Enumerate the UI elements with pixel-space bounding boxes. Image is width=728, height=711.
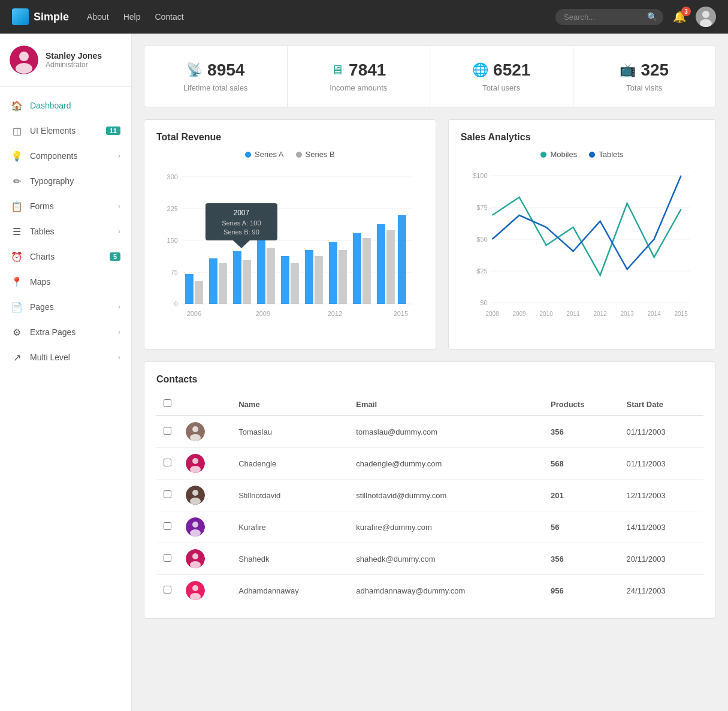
header-products: Products [543,393,620,415]
row-date-6: 24/11/2003 [620,575,703,607]
nav-contact[interactable]: Contact [155,12,183,22]
sidebar-item-extra-pages[interactable]: ⚙ Extra Pages › [0,320,131,345]
row-cb-2[interactable] [164,459,171,466]
sidebar-item-forms[interactable]: 📋 Forms › [0,194,131,219]
row-name-3: Stillnotdavid [231,480,349,511]
stat-label-income: Income amounts [300,83,418,92]
svg-text:Series B: 90: Series B: 90 [223,228,259,236]
svg-text:$75: $75 [476,204,487,211]
svg-text:225: 225 [167,205,178,212]
svg-rect-18 [209,258,218,304]
legend-series-b: Series B [296,150,335,159]
legend-series-a: Series A [245,150,283,159]
row-avatar-4 [179,511,231,543]
sales-analytics-svg: $100 $75 $50 $25 $0 2008 [461,167,703,335]
sidebar-item-tables[interactable]: ☰ Tables › [0,219,131,244]
row-name-2: Chadengle [231,448,349,480]
svg-text:2009: 2009 [256,310,270,317]
sidebar-item-pages[interactable]: 📄 Pages › [0,294,131,320]
row-email-1: tomaslau@dummy.com [349,415,543,448]
header-email: Email [349,393,543,415]
svg-rect-32 [377,224,385,304]
row-checkbox-2 [156,448,179,480]
row-cb-6[interactable] [164,586,171,593]
sidebar-item-charts[interactable]: ⏰ Charts 5 [0,244,131,269]
stat-top-visits: 📺 325 [585,61,704,80]
main-content: 📡 8954 Lifetime total sales 🖥 7841 Incom… [132,34,728,711]
svg-point-75 [192,553,198,559]
legend-label-series-a: Series A [255,150,283,159]
sidebar-icon-charts: ⏰ [11,251,23,263]
svg-text:2007: 2007 [234,209,250,217]
svg-text:$100: $100 [473,172,487,179]
row-email-3: stillnotdavid@dummy.com [349,480,543,511]
row-cb-4[interactable] [164,522,171,530]
row-products-2: 568 [543,448,620,480]
svg-rect-28 [329,242,337,304]
svg-point-4 [19,52,29,61]
row-cb-3[interactable] [164,490,171,498]
row-avatar-1 [179,415,231,448]
sidebar-item-multi-level[interactable]: ↗ Multi Level › [0,345,131,370]
svg-text:2012: 2012 [593,311,607,317]
svg-text:300: 300 [167,173,178,180]
sidebar-item-components[interactable]: 💡 Components › [0,143,131,168]
sidebar-item-ui-elements[interactable]: ◫ UI Elements 11 [0,118,131,143]
sidebar-label-ui-elements: UI Elements [30,126,106,135]
svg-text:2008: 2008 [485,311,499,317]
total-revenue-title: Total Revenue [156,132,424,143]
header-start-date: Start Date [620,393,703,415]
stat-label-visits: Total visits [585,83,704,92]
brand-logo[interactable]: Simple [12,8,69,25]
contact-avatar-4 [186,517,205,537]
top-navigation: Simple About Help Contact 🔍 🔔 3 [0,0,728,34]
sidebar-icon-dashboard: 🏠 [11,100,23,112]
total-revenue-legend: Series A Series B [156,150,424,159]
row-name-1: Tomaslau [231,415,349,448]
row-checkbox-6 [156,575,179,607]
stat-label-users: Total users [442,83,561,92]
sidebar-item-dashboard[interactable]: 🏠 Dashboard [0,93,131,118]
stat-value-users: 6521 [493,61,530,80]
brand-name: Simple [34,11,69,23]
svg-point-63 [192,426,198,432]
sidebar-badge-ui-elements: 11 [106,126,120,135]
row-name-4: Kurafire [231,511,349,543]
legend-tablets: Tablets [589,150,623,159]
row-date-3: 12/11/2003 [620,480,703,511]
row-cb-1[interactable] [164,427,171,435]
contacts-tbody: Tomaslau tomaslau@dummy.com 356 01/11/20… [156,415,703,606]
svg-rect-30 [353,233,361,304]
sidebar-user-role: Administrator [46,61,102,69]
sidebar-user-info: Stanley Jones Administrator [46,51,102,69]
sidebar-item-typography[interactable]: ✏ Typography [0,168,131,194]
nav-help[interactable]: Help [123,12,141,22]
stat-value-total-sales: 8954 [207,61,244,80]
svg-point-79 [190,593,201,600]
row-avatar-6 [179,575,231,607]
sidebar-item-maps[interactable]: 📍 Maps [0,269,131,294]
sales-analytics-card: Sales Analytics Mobiles Tablets $100 $75 [448,119,716,350]
notification-button[interactable]: 🔔 3 [673,10,686,23]
select-all-checkbox[interactable] [164,399,171,407]
row-cb-5[interactable] [164,554,171,562]
user-avatar-top[interactable] [696,7,716,27]
sidebar-icon-typography: ✏ [11,175,23,187]
table-row: Chadengle chadengle@dummy.com 568 01/11/… [156,448,703,480]
total-revenue-card: Total Revenue Series A Series B 300 [144,119,436,350]
svg-point-1 [702,11,709,18]
stat-icon-total-sales: 📡 [186,62,203,78]
svg-point-67 [190,466,201,473]
svg-rect-26 [305,250,313,304]
brand-cube [12,8,29,25]
table-row: Shahedk shahedk@dummy.com 356 20/11/2003 [156,543,703,575]
legend-label-series-b: Series B [306,150,335,159]
svg-marker-43 [233,240,250,248]
contacts-table-header: Name Email Products Start Date [156,393,703,415]
nav-about[interactable]: About [87,12,109,22]
svg-text:Series A: 100: Series A: 100 [222,219,261,227]
sidebar-label-maps: Maps [30,277,120,287]
svg-rect-23 [267,248,275,304]
contacts-title: Contacts [156,374,703,385]
stat-card-total-sales: 📡 8954 Lifetime total sales [144,46,288,107]
